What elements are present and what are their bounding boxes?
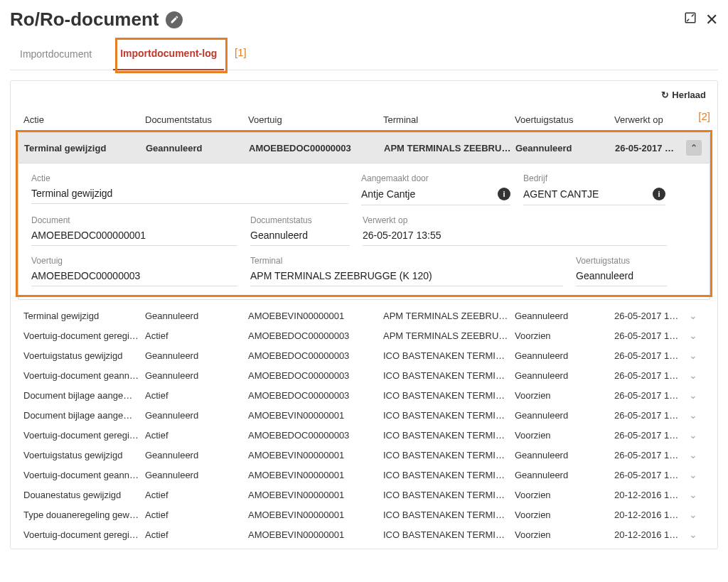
cell-voertuig: AMOEBEVIN00000001 <box>248 510 383 520</box>
info-icon[interactable]: i <box>653 188 665 200</box>
edit-icon[interactable] <box>166 11 183 28</box>
table-row[interactable]: Voertuig-document geann…GeannuleerdAMOEB… <box>18 465 710 485</box>
reload-button[interactable]: ↻ Herlaad <box>661 90 706 100</box>
expand-row-button[interactable]: ⌄ <box>685 489 701 500</box>
col-header-terminal[interactable]: Terminal <box>383 114 515 125</box>
dialog-header: Ro/Ro-document ✕ <box>10 9 718 38</box>
cell-terminal: ICO BASTENAKEN TERMIN… <box>383 350 515 361</box>
expand-row-button[interactable]: ⌄ <box>685 350 701 361</box>
expand-row-button[interactable]: ⌄ <box>685 529 701 540</box>
cell-status: Actief <box>145 330 248 341</box>
fullscreen-icon[interactable] <box>684 11 697 28</box>
cell-vstatus: Geannuleerd <box>515 370 614 381</box>
col-header-documentstatus[interactable]: Documentstatus <box>145 114 248 125</box>
chevron-down-icon: ⌄ <box>689 370 697 381</box>
chevron-down-icon: ⌄ <box>689 409 697 421</box>
expand-row-button[interactable]: ⌄ <box>685 310 701 321</box>
table-row[interactable]: Document bijlage aangem…ActiefAMOEBEDOC0… <box>18 385 710 405</box>
cell-actie: Voertuig-document geregi… <box>21 330 145 341</box>
detail-label-document: Document <box>31 215 237 225</box>
table-row[interactable]: Voertuig-document geann…GeannuleerdAMOEB… <box>18 365 710 385</box>
expanded-row-header[interactable]: Terminal gewijzigd Geannuleerd AMOEBEDOC… <box>18 132 710 163</box>
expanded-cell-status: Geannuleerd <box>146 143 249 153</box>
cell-actie: Douanestatus gewijzigd <box>21 490 145 500</box>
detail-value-document: AMOEBEDOC000000001 <box>31 230 146 241</box>
tab-bar: Importdocument Importdocument-log [1] <box>10 38 718 70</box>
cell-voertuig: AMOEBEVIN00000001 <box>248 529 383 540</box>
expanded-cell-verwerkt: 26-05-2017 … <box>615 143 686 153</box>
table-row[interactable]: Voertuig-document geregi…ActiefAMOEBEDOC… <box>18 325 710 345</box>
cell-vstatus: Voorzien <box>515 330 614 341</box>
chevron-up-icon: ⌃ <box>690 143 697 153</box>
chevron-down-icon: ⌄ <box>689 310 697 321</box>
detail-value-terminal: APM TERMINALS ZEEBRUGGE (K 120) <box>250 270 432 281</box>
close-icon[interactable]: ✕ <box>705 11 718 29</box>
expand-row-button[interactable]: ⌄ <box>685 330 701 341</box>
cell-actie: Document bijlage aangem… <box>21 390 145 401</box>
chevron-down-icon: ⌄ <box>689 389 697 401</box>
table-row[interactable]: Voertuig-document geregi…ActiefAMOEBEVIN… <box>18 524 710 544</box>
cell-status: Geannuleerd <box>145 450 248 460</box>
cell-verwerkt: 26-05-2017 1… <box>614 430 685 441</box>
table-row[interactable]: Voertuigstatus gewijzigdGeannuleerdAMOEB… <box>18 345 710 365</box>
tab-importdocument-log[interactable]: Importdocument-log <box>113 38 224 70</box>
cell-verwerkt: 26-05-2017 1… <box>614 410 685 421</box>
detail-value-actie: Terminal gewijzigd <box>31 188 112 199</box>
page-title: Ro/Ro-document <box>10 9 159 31</box>
cell-actie: Voertuig-document geann… <box>21 370 145 381</box>
table-row[interactable]: Douanestatus gewijzigdActiefAMOEBEVIN000… <box>18 485 710 505</box>
cell-voertuig: AMOEBEDOC00000003 <box>248 330 383 341</box>
detail-value-voertuig: AMOEBEDOC00000003 <box>31 270 140 281</box>
table-row[interactable]: Type douaneregeling gewi…ActiefAMOEBEVIN… <box>18 505 710 524</box>
expand-row-button[interactable]: ⌄ <box>685 370 701 381</box>
info-icon[interactable]: i <box>498 188 510 200</box>
log-panel: ↻ Herlaad Actie Documentstatus Voertuig … <box>10 80 718 549</box>
cell-voertuig: AMOEBEVIN00000001 <box>248 450 383 460</box>
cell-voertuig: AMOEBEVIN00000001 <box>248 470 383 480</box>
table-row[interactable]: Voertuig-document geregi…ActiefAMOEBEDOC… <box>18 425 710 445</box>
detail-value-docstatus: Geannuleerd <box>250 230 308 241</box>
collapse-row-button[interactable]: ⌃ <box>686 140 702 156</box>
col-header-actie[interactable]: Actie <box>21 114 145 125</box>
tab-importdocument[interactable]: Importdocument <box>13 38 99 70</box>
detail-label-verwerkt: Verwerkt op <box>363 215 667 225</box>
cell-status: Actief <box>145 490 248 500</box>
cell-terminal: ICO BASTENAKEN TERMIN… <box>383 430 515 441</box>
detail-label-voertuig: Voertuig <box>31 256 237 266</box>
col-header-voertuigstatus[interactable]: Voertuigstatus <box>515 114 614 125</box>
cell-terminal: ICO BASTENAKEN TERMIN… <box>383 450 515 460</box>
expanded-row-details: Actie Terminal gewijzigd Aangemaakt door… <box>18 163 710 300</box>
detail-value-vstatus: Geannuleerd <box>576 270 633 281</box>
cell-actie: Terminal gewijzigd <box>21 311 145 321</box>
col-header-verwerkt-op[interactable]: Verwerkt op <box>614 114 685 125</box>
cell-terminal: ICO BASTENAKEN TERMIN… <box>383 470 515 480</box>
chevron-down-icon: ⌄ <box>689 509 697 520</box>
expand-row-button[interactable]: ⌄ <box>685 389 701 401</box>
cell-terminal: ICO BASTENAKEN TERMIN… <box>383 529 515 540</box>
cell-verwerkt: 20-12-2016 1… <box>614 490 685 500</box>
chevron-down-icon: ⌄ <box>689 469 697 480</box>
cell-status: Geannuleerd <box>145 370 248 381</box>
table-row[interactable]: Terminal gewijzigdGeannuleerdAMOEBEVIN00… <box>18 306 710 325</box>
table-row[interactable]: Document bijlage aangem…GeannuleerdAMOEB… <box>18 405 710 425</box>
expand-row-button[interactable]: ⌄ <box>685 429 701 441</box>
cell-vstatus: Voorzien <box>515 529 614 540</box>
cell-verwerkt: 26-05-2017 1… <box>614 470 685 480</box>
table-row[interactable]: Voertuigstatus gewijzigdGeannuleerdAMOEB… <box>18 445 710 465</box>
cell-actie: Voertuig-document geann… <box>21 470 145 480</box>
expand-row-button[interactable]: ⌄ <box>685 469 701 480</box>
cell-actie: Type douaneregeling gewi… <box>21 510 145 520</box>
reload-label: Herlaad <box>672 90 706 100</box>
cell-status: Actief <box>145 529 248 540</box>
expand-row-button[interactable]: ⌄ <box>685 449 701 460</box>
detail-value-verwerkt: 26-05-2017 13:55 <box>363 230 441 241</box>
cell-status: Geannuleerd <box>145 311 248 321</box>
cell-voertuig: AMOEBEDOC00000003 <box>248 370 383 381</box>
cell-vstatus: Geannuleerd <box>515 470 614 480</box>
col-header-voertuig[interactable]: Voertuig <box>248 114 383 125</box>
cell-vstatus: Voorzien <box>515 430 614 441</box>
cell-verwerkt: 20-12-2016 1… <box>614 529 685 540</box>
cell-verwerkt: 26-05-2017 1… <box>614 330 685 341</box>
expand-row-button[interactable]: ⌄ <box>685 409 701 421</box>
expand-row-button[interactable]: ⌄ <box>685 509 701 520</box>
